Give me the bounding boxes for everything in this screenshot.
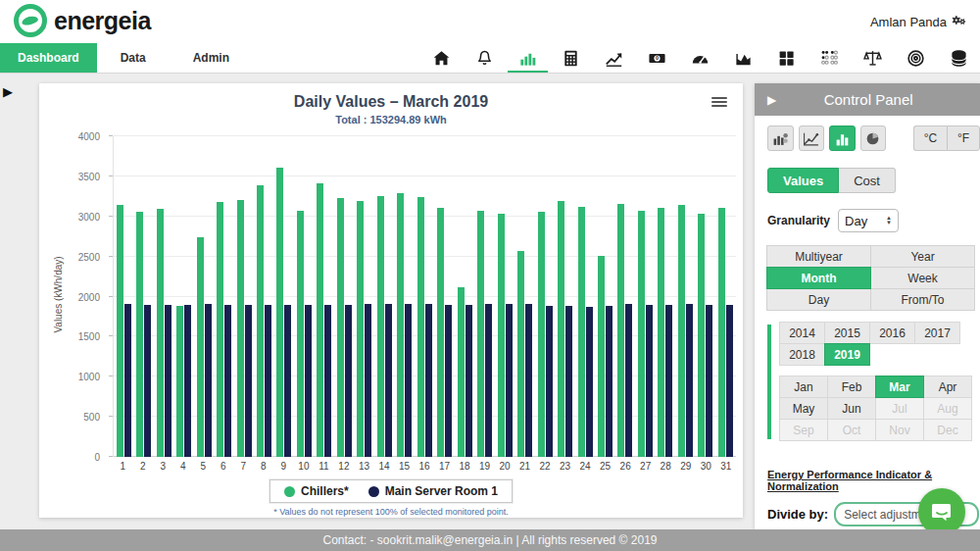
bar-main-server-room-1[interactable] (124, 304, 131, 457)
year-2019-button[interactable]: 2019 (824, 343, 870, 366)
bar-main-server-room-1[interactable] (305, 305, 312, 457)
bar-chillers-[interactable] (157, 209, 164, 457)
month-mar-button[interactable]: Mar (875, 376, 924, 398)
bar-chillers-[interactable] (658, 208, 664, 457)
panel-collapse-icon[interactable]: ▶ (767, 93, 776, 107)
period-year-button[interactable]: Year (870, 245, 975, 268)
bar-chillers-[interactable] (558, 201, 564, 457)
bar-chillers-[interactable] (718, 208, 725, 457)
bar-chillers-[interactable] (498, 214, 505, 457)
bar-main-server-room-1[interactable] (565, 306, 572, 457)
bar-chillers-[interactable] (337, 198, 344, 457)
target-icon[interactable] (906, 49, 925, 68)
bar-chillers-[interactable] (538, 212, 545, 457)
bar-main-server-room-1[interactable] (324, 305, 331, 457)
bar-chillers-[interactable] (237, 200, 244, 457)
bar-main-server-room-1[interactable] (726, 305, 733, 457)
bar-chart-icon[interactable] (518, 49, 537, 68)
month-may-button[interactable]: May (779, 397, 828, 420)
calculator-icon[interactable] (562, 49, 580, 68)
bar-chillers-[interactable] (357, 201, 364, 457)
bar-chillers-[interactable] (678, 205, 685, 457)
grid-squares-icon[interactable] (777, 49, 796, 68)
bar-chillers-[interactable] (176, 306, 183, 457)
bar-main-server-room-1[interactable] (606, 306, 612, 458)
bar-main-server-room-1[interactable] (485, 304, 492, 457)
bar-chillers-[interactable] (317, 183, 323, 457)
money-icon[interactable]: 0 (648, 49, 666, 68)
tab-dashboard[interactable]: Dashboard (0, 43, 97, 73)
area-chart-icon[interactable] (734, 49, 753, 68)
bar-main-server-room-1[interactable] (625, 304, 632, 457)
bar-chillers-[interactable] (437, 208, 444, 457)
period-week-button[interactable]: Week (870, 267, 975, 289)
bar-main-server-room-1[interactable] (445, 305, 452, 457)
bell-icon[interactable] (475, 49, 494, 68)
chart-type-bar-coins-button[interactable] (767, 125, 794, 151)
bar-chillers-[interactable] (217, 202, 223, 457)
bar-main-server-room-1[interactable] (224, 305, 231, 457)
year-2018-button[interactable]: 2018 (779, 343, 825, 366)
chart-type-line-button[interactable] (799, 125, 825, 151)
period-day-button[interactable]: Day (766, 288, 871, 311)
bar-main-server-room-1[interactable] (646, 305, 653, 457)
bar-chillers-[interactable] (578, 207, 585, 457)
user-menu[interactable]: Amlan Panda (870, 13, 966, 31)
line-chart-icon[interactable] (605, 49, 623, 68)
fahrenheit-button[interactable]: °F (947, 125, 980, 151)
bar-chillers-[interactable] (276, 168, 283, 457)
bar-main-server-room-1[interactable] (245, 305, 252, 457)
bar-main-server-room-1[interactable] (405, 304, 412, 457)
database-icon[interactable] (950, 49, 968, 68)
month-jan-button[interactable]: Jan (779, 376, 828, 398)
chart-type-bar-button[interactable] (829, 125, 856, 151)
bar-main-server-room-1[interactable] (265, 305, 271, 457)
bar-chillers-[interactable] (397, 193, 404, 457)
bar-chillers-[interactable] (117, 205, 123, 458)
bar-main-server-room-1[interactable] (525, 304, 532, 457)
bar-main-server-room-1[interactable] (665, 305, 672, 457)
bar-main-server-room-1[interactable] (506, 304, 513, 457)
tab-admin[interactable]: Admin (170, 43, 253, 73)
bar-chillers-[interactable] (477, 211, 484, 457)
month-jun-button[interactable]: Jun (827, 397, 876, 420)
bar-main-server-room-1[interactable] (184, 305, 191, 457)
brand-logo[interactable]: energeia (14, 4, 151, 37)
sidebar-expand-toggle[interactable]: ▶ (3, 84, 13, 99)
month-feb-button[interactable]: Feb (827, 376, 876, 398)
home-icon[interactable] (432, 49, 451, 68)
bar-chillers-[interactable] (638, 211, 645, 457)
cost-button[interactable]: Cost (839, 168, 896, 193)
bar-chillers-[interactable] (698, 214, 705, 457)
tab-data[interactable]: Data (97, 43, 170, 73)
bar-main-server-room-1[interactable] (586, 307, 593, 457)
year-2017-button[interactable]: 2017 (914, 322, 960, 344)
bar-chillers-[interactable] (617, 204, 624, 457)
celsius-button[interactable]: °C (913, 125, 947, 151)
bar-chillers-[interactable] (598, 256, 605, 457)
legend-item-server-room[interactable]: Main Server Room 1 (368, 484, 498, 498)
gauge-icon[interactable] (691, 49, 710, 68)
year-2015-button[interactable]: 2015 (824, 322, 870, 344)
chart-type-pie-button[interactable] (860, 125, 887, 151)
chat-widget-button[interactable] (918, 488, 965, 535)
bar-chillers-[interactable] (297, 211, 304, 457)
bar-chillers-[interactable] (257, 185, 264, 457)
bar-main-server-room-1[interactable] (425, 304, 432, 457)
year-2016-button[interactable]: 2016 (869, 322, 915, 344)
bar-chillers-[interactable] (417, 197, 424, 457)
values-button[interactable]: Values (767, 168, 839, 193)
bar-chillers-[interactable] (197, 237, 204, 457)
period-multiyear-button[interactable]: Multiyear (766, 245, 871, 268)
bar-main-server-room-1[interactable] (345, 305, 352, 457)
dot-matrix-icon[interactable] (820, 49, 839, 68)
bar-main-server-room-1[interactable] (284, 305, 291, 457)
bar-main-server-room-1[interactable] (205, 304, 212, 457)
bar-main-server-room-1[interactable] (144, 305, 151, 457)
bar-main-server-room-1[interactable] (466, 305, 472, 457)
year-2014-button[interactable]: 2014 (779, 322, 825, 344)
chart-menu-icon[interactable] (711, 95, 727, 109)
bar-chillers-[interactable] (517, 251, 524, 457)
bar-chillers-[interactable] (377, 196, 384, 458)
bar-main-server-room-1[interactable] (546, 306, 553, 457)
